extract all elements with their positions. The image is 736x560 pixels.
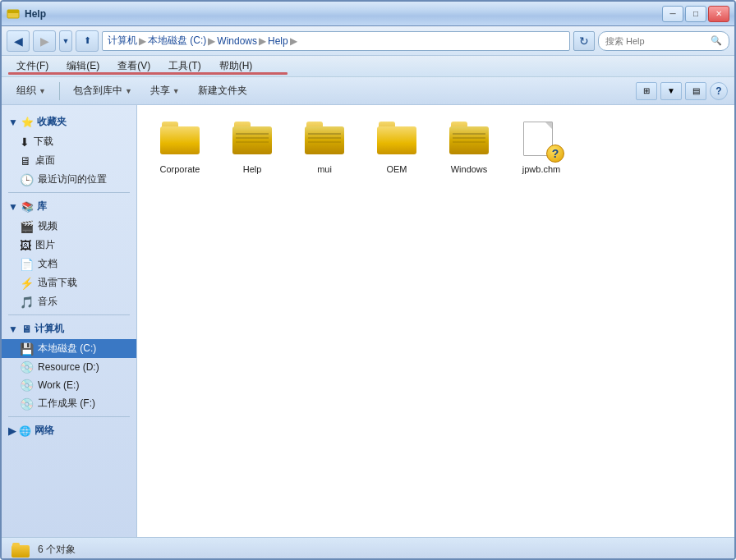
forward-button[interactable]: ▶ [33, 30, 56, 52]
sidebar-item-recent[interactable]: 🕒 最近访问的位置 [2, 170, 136, 189]
path-item-help[interactable]: Help [268, 35, 288, 47]
sidebar-item-pictures[interactable]: 🖼 图片 [2, 236, 136, 255]
file-label-mui: mui [317, 164, 332, 174]
refresh-button[interactable]: ↻ [573, 31, 595, 51]
documents-label: 文档 [38, 257, 58, 271]
desktop-label: 桌面 [35, 154, 55, 168]
title-bar: Help ─ □ ✕ [2, 2, 734, 26]
path-item-windows[interactable]: Windows [217, 35, 257, 47]
maximize-button[interactable]: □ [685, 6, 706, 22]
svg-rect-1 [7, 10, 19, 13]
d-drive-label: Resource (D:) [38, 361, 99, 373]
sidebar-divider-1 [8, 192, 130, 193]
help-button[interactable]: ? [710, 82, 728, 100]
folder-icon-corporate [160, 122, 200, 161]
library-icon: 📚 [21, 201, 34, 213]
sidebar-item-thunder[interactable]: ⚡ 迅雷下载 [2, 273, 136, 292]
sidebar-item-desktop[interactable]: 🖥 桌面 [2, 151, 136, 170]
menu-underline [8, 72, 288, 75]
video-label: 视频 [38, 219, 58, 233]
e-drive-icon: 💿 [20, 379, 34, 392]
sidebar-item-video[interactable]: 🎬 视频 [2, 217, 136, 236]
sidebar-divider-2 [8, 314, 130, 315]
sidebar-item-e-drive[interactable]: 💿 Work (E:) [2, 376, 136, 394]
file-grid: Corporate Help [147, 115, 724, 181]
close-button[interactable]: ✕ [708, 6, 729, 22]
include-library-button[interactable]: 包含到库中 ▼ [65, 81, 140, 100]
file-item-jpwb[interactable]: ? jpwb.chm [508, 115, 574, 181]
computer-icon-header: 🖥 [21, 324, 31, 335]
organize-arrow: ▼ [39, 87, 46, 95]
status-bar: 6 个对象 [2, 537, 734, 560]
view-dropdown-button[interactable]: ▼ [660, 82, 682, 100]
favorites-star-icon: ⭐ [21, 117, 34, 128]
status-count: 6 个对象 [38, 543, 76, 557]
details-pane-button[interactable]: ▤ [685, 82, 706, 100]
address-path: 计算机 ▶ 本地磁盘 (C:) ▶ Windows ▶ Help ▶ [102, 31, 570, 51]
menu-bar: 文件(F) 编辑(E) 查看(V) 工具(T) 帮助(H) [2, 56, 734, 77]
favorites-arrow: ▼ [8, 117, 18, 128]
favorites-section[interactable]: ▼ ⭐ 收藏夹 [2, 112, 136, 132]
window-title: Help [25, 8, 46, 20]
recent-locations-button[interactable]: ▼ [59, 30, 72, 52]
video-icon: 🎬 [20, 220, 34, 233]
f-drive-icon: 💿 [20, 397, 34, 411]
chm-icon-jpwb: ? [522, 122, 561, 161]
sidebar-item-download[interactable]: ⬇ 下载 [2, 132, 136, 151]
sidebar-item-c-drive[interactable]: 💾 本地磁盘 (C:) [2, 339, 136, 358]
new-folder-label: 新建文件夹 [198, 84, 247, 98]
minimize-button[interactable]: ─ [662, 6, 683, 22]
file-item-oem[interactable]: OEM [364, 115, 430, 181]
search-input[interactable] [605, 36, 707, 46]
toolbar-sep-1 [59, 82, 60, 100]
back-button[interactable]: ◀ [7, 30, 30, 52]
file-label-oem: OEM [386, 164, 407, 174]
pictures-label: 图片 [35, 238, 55, 252]
path-sep-4: ▶ [290, 35, 297, 47]
path-item-computer[interactable]: 计算机 [108, 34, 137, 48]
sidebar-item-f-drive[interactable]: 💿 工作成果 (F:) [2, 394, 136, 413]
up-button[interactable]: ⬆ [76, 30, 99, 52]
music-label: 音乐 [38, 295, 58, 309]
c-drive-label: 本地磁盘 (C:) [38, 342, 96, 356]
status-folder-icon [12, 543, 30, 558]
file-item-windows[interactable]: Windows [436, 115, 502, 181]
recent-label: 最近访问的位置 [38, 172, 107, 186]
sidebar-item-documents[interactable]: 📄 文档 [2, 255, 136, 273]
organize-button[interactable]: 组织 ▼ [8, 81, 54, 100]
file-item-help[interactable]: Help [219, 115, 285, 181]
path-item-disk[interactable]: 本地磁盘 (C:) [148, 34, 206, 48]
title-bar-left: Help [7, 7, 46, 21]
file-item-corporate[interactable]: Corporate [147, 115, 213, 181]
d-drive-icon: 💿 [20, 360, 34, 374]
toolbar-right: ⊞ ▼ ▤ ? [636, 82, 728, 100]
view-toggle-button[interactable]: ⊞ [636, 82, 657, 100]
share-button[interactable]: 共享 ▼ [142, 81, 188, 100]
search-box: 🔍 [598, 31, 729, 51]
computer-section[interactable]: ▼ 🖥 计算机 [2, 319, 136, 339]
library-arrow: ▼ [8, 201, 18, 213]
network-section[interactable]: ▶ 🌐 网络 [2, 420, 136, 441]
sidebar-item-music[interactable]: 🎵 音乐 [2, 292, 136, 311]
search-icon: 🔍 [711, 35, 722, 46]
file-item-mui[interactable]: mui [292, 115, 357, 181]
network-arrow: ▶ [8, 425, 16, 437]
e-drive-label: Work (E:) [38, 379, 79, 391]
main-area: ▼ ⭐ 收藏夹 ⬇ 下载 🖥 桌面 🕒 最近访问的位置 ▼ 📚 库 🎬 视频 � [2, 105, 734, 537]
recent-icon: 🕒 [20, 173, 34, 186]
include-library-arrow: ▼ [125, 87, 132, 95]
sidebar: ▼ ⭐ 收藏夹 ⬇ 下载 🖥 桌面 🕒 最近访问的位置 ▼ 📚 库 🎬 视频 � [2, 105, 137, 537]
thunder-label: 迅雷下载 [38, 276, 77, 290]
folder-icon-oem [377, 122, 416, 161]
pictures-icon: 🖼 [20, 239, 31, 252]
computer-label: 计算机 [34, 322, 64, 336]
sidebar-divider-3 [8, 416, 130, 417]
path-sep-2: ▶ [208, 35, 215, 47]
desktop-icon: 🖥 [20, 154, 31, 168]
c-drive-icon: 💾 [20, 342, 34, 356]
file-label-jpwb: jpwb.chm [522, 164, 560, 174]
new-folder-button[interactable]: 新建文件夹 [190, 81, 255, 100]
folder-icon-help [232, 122, 272, 161]
library-section[interactable]: ▼ 📚 库 [2, 196, 136, 217]
sidebar-item-d-drive[interactable]: 💿 Resource (D:) [2, 358, 136, 376]
